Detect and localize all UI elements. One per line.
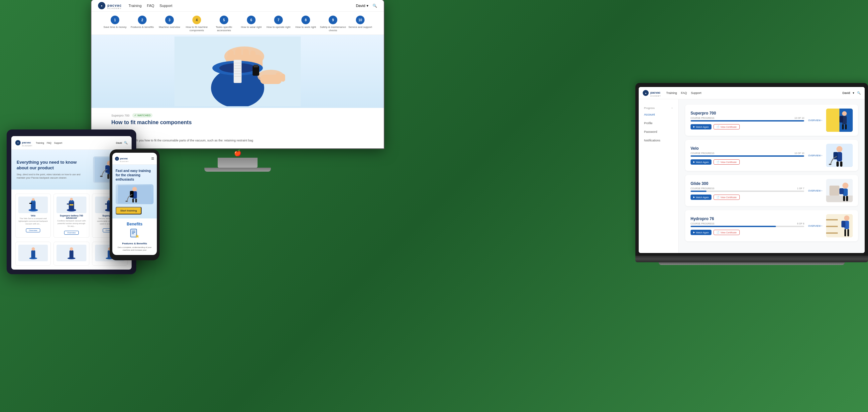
watched-label: WATCHED — [137, 114, 151, 117]
phone-bezel: ● pacvac ACADEMY ☰ Fast and easy trainin… — [110, 149, 159, 260]
play-icon-hydropro76: ▶ — [693, 231, 695, 234]
tablet-superpro-battery-desc: Cordless backpack vacuum with powerful s… — [57, 220, 86, 228]
svg-rect-97 — [841, 221, 845, 228]
phone-hamburger-icon[interactable]: ☰ — [151, 157, 154, 160]
laptop-logo-text-block: pacvac ACADEMY — [650, 89, 661, 97]
check-icon: ✓ — [134, 114, 136, 117]
tablet-search-icon[interactable]: 🔍 — [124, 141, 128, 144]
step-circle-7: 7 — [274, 15, 283, 24]
tablet-superpro-battery-name: Superpro battery 700 advanced — [57, 214, 86, 219]
course-progress-label-superpro700: COURSE PROGRESS 10 OF 10 — [690, 117, 804, 119]
course-name-velo: Velo — [690, 146, 804, 151]
svg-rect-41 — [69, 204, 73, 206]
sidebar-item-profile[interactable]: Profile — [639, 119, 678, 128]
course-actions-glide300: ▶ Watch Again 📄 View Certificate — [690, 195, 804, 200]
laptop-nav-faq[interactable]: FAQ — [681, 91, 687, 95]
sidebar-item-account[interactable]: Account — [639, 110, 678, 119]
step-5[interactable]: 5 Tasks specific accessories — [210, 15, 238, 32]
watch-again-superpro700-btn[interactable]: ▶ Watch Again — [690, 124, 711, 130]
step-label-2: Features & benefits — [131, 26, 154, 29]
svg-rect-91 — [826, 219, 838, 220]
steps-bar: 1 Save time & money 2 Features & benefit… — [91, 12, 384, 35]
phone-benefits: Benefits Features & Benefits Get a compl… — [112, 218, 157, 255]
nav-training[interactable]: Training — [129, 4, 142, 8]
search-icon[interactable]: 🔍 — [373, 4, 377, 8]
course-actions-hydropro76: ▶ Watch Again 📄 View Certificate — [690, 230, 804, 235]
tablet-nav-faq[interactable]: FAQ — [47, 142, 52, 144]
step-label-4: How to fit machine components — [183, 26, 210, 32]
watch-again-glide300-btn[interactable]: ▶ Watch Again — [690, 195, 711, 200]
sidebar-collapse-icon[interactable]: − — [671, 107, 673, 109]
step-7[interactable]: 7 How to operate right — [265, 15, 292, 32]
svg-rect-6 — [250, 50, 255, 61]
tablet-velo-overview-btn[interactable]: Overview — [26, 229, 40, 232]
svg-rect-11 — [234, 61, 241, 82]
step-6[interactable]: 6 How to wear right — [238, 15, 265, 32]
course-overview-superpro700[interactable]: OVERVIEW › — [808, 119, 822, 122]
course-overview-hydropro76[interactable]: OVERVIEW › — [808, 225, 822, 227]
laptop-bezel: ● pacvac ACADEMY Training FAQ Support Da… — [636, 83, 868, 255]
step-4[interactable]: 4 How to fit machine components — [183, 15, 210, 32]
superpro700-thumbnail-illustration — [826, 109, 853, 132]
desktop-video-title: How to fit machine components — [111, 119, 364, 126]
tablet-product-superpro-battery-image — [57, 197, 86, 213]
course-progress-bar-glide300 — [690, 191, 804, 192]
tablet-logo-name: pacvac — [22, 141, 31, 144]
laptop-search-icon[interactable]: 🔍 — [857, 91, 861, 95]
laptop-body: Progress − Account Profile Password Noti… — [639, 99, 865, 253]
course-overview-velo[interactable]: OVERVIEW › — [808, 154, 822, 157]
laptop-nav-support[interactable]: Support — [691, 91, 702, 95]
watched-badge: ✓ WATCHED — [132, 113, 153, 117]
phone-hero-vacuum-illustration — [118, 185, 151, 204]
tablet-nav-right: David 🔍 — [116, 141, 128, 144]
arrow-right-icon-velo: › — [822, 154, 822, 157]
watch-again-velo-btn[interactable]: ▶ Watch Again — [690, 159, 711, 165]
step-3[interactable]: 3 Machine overview — [156, 15, 183, 32]
svg-point-76 — [836, 146, 842, 152]
phone-benefits-icon-area — [116, 229, 154, 241]
tablet-product-extra2 — [54, 242, 89, 266]
desktop-nav-links: Training FAQ Support — [129, 4, 173, 8]
svg-rect-46 — [105, 204, 108, 205]
cert-icon-glide300: 📄 — [716, 196, 719, 199]
apple-logo-icon: 🍎 — [233, 150, 242, 157]
step-10[interactable]: 10 Service and support — [347, 15, 374, 32]
svg-rect-23 — [253, 65, 258, 67]
course-progress-label-hydropro76: COURSE PROGRESS 6 OF 8 — [690, 222, 804, 225]
cert-icon-velo: 📄 — [716, 161, 719, 163]
nav-support[interactable]: Support — [159, 4, 173, 8]
step-label-6: How to wear right — [241, 26, 261, 29]
course-progress-fill-superpro700 — [690, 120, 804, 122]
watch-again-hydropro76-btn[interactable]: ▶ Watch Again — [690, 230, 711, 235]
svg-rect-29 — [107, 174, 109, 179]
svg-rect-20 — [276, 72, 280, 82]
tablet-nav-support[interactable]: Support — [54, 142, 62, 144]
course-name-superpro700: Superpro 700 — [690, 111, 804, 115]
logo-sub: ACADEMY — [107, 7, 122, 9]
course-overview-glide300[interactable]: OVERVIEW › — [808, 190, 822, 192]
view-cert-hydropro76-btn[interactable]: 📄 View Certificate — [713, 230, 740, 235]
svg-rect-38 — [69, 200, 73, 203]
tablet-nav-training[interactable]: Training — [36, 142, 44, 144]
sidebar-item-notifications[interactable]: Notifications — [639, 136, 678, 145]
phone-hero-title: Fast and easy training for the cleaning … — [116, 169, 154, 182]
step-2[interactable]: 2 Features & benefits — [129, 15, 156, 32]
tablet-superpro-battery-overview-btn[interactable]: Overview — [64, 231, 79, 235]
svg-point-52 — [70, 247, 73, 251]
nav-user[interactable]: David ▾ — [356, 4, 369, 8]
step-8[interactable]: 8 How to work right — [292, 15, 319, 32]
step-label-8: How to work right — [296, 26, 316, 29]
course-thumbnail-hydropro76 — [826, 214, 853, 237]
view-cert-superpro700-btn[interactable]: 📄 View Certificate — [713, 124, 740, 130]
phone-start-training-btn[interactable]: Start training — [116, 207, 142, 214]
view-cert-glide300-btn[interactable]: 📄 View Certificate — [713, 195, 740, 200]
sidebar-item-password[interactable]: Password — [639, 128, 678, 136]
step-1[interactable]: 1 Save time & money — [101, 15, 129, 32]
monitor-screen: ● pacvac ACADEMY Training FAQ Support Da… — [91, 0, 384, 148]
nav-faq[interactable]: FAQ — [147, 4, 154, 8]
laptop-nav-training[interactable]: Training — [666, 91, 677, 95]
view-cert-velo-btn[interactable]: 📄 View Certificate — [713, 159, 740, 165]
tablet-velo-name: Velo — [18, 214, 48, 217]
step-9[interactable]: 9 Safety & maintenance checks — [319, 15, 347, 32]
step-label-5: Tasks specific accessories — [210, 26, 238, 32]
